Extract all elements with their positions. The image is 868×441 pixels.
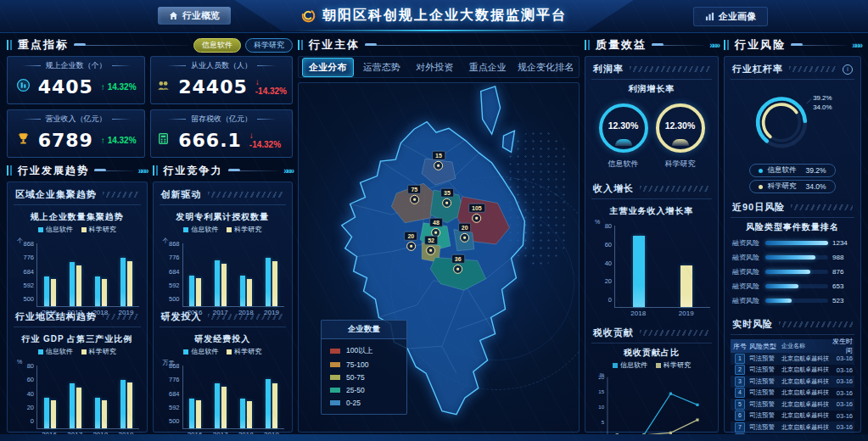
stat-card-main: 4405↑ 14.32%: [13, 71, 139, 102]
tab-2[interactable]: 运营态势: [357, 59, 407, 76]
table-row-7[interactable]: 7司法预警北京启航卓越科技有限公司03-16: [731, 421, 854, 433]
tab-5[interactable]: 规企变化排名: [516, 59, 575, 76]
time-cell: 03-16: [829, 354, 854, 362]
table-row-5[interactable]: 5司法预警北京启航卓越科技有限公司03-16: [731, 399, 854, 410]
stat-card-1: 规上企业数（个）4405↑ 14.32%: [7, 56, 145, 104]
profit-gauge-1: 12.30%信息软件: [599, 103, 648, 170]
map-marker-4[interactable]: 105: [468, 204, 485, 223]
marker-value: 15: [432, 151, 445, 160]
index-badge: 2: [735, 365, 745, 375]
section-title: 行业主体: [309, 37, 360, 53]
map-marker-1[interactable]: 15: [432, 151, 445, 170]
risk-panel: 行业杠杆率 i 39.2%34.0% 信息软件39.2%科学研究34.0% 近9…: [724, 56, 861, 433]
legend-swatch: [330, 349, 340, 354]
y-axis: 868776684592500: [163, 240, 180, 303]
info-icon[interactable]: i: [843, 64, 853, 75]
legend-swatch: [330, 400, 340, 405]
rank-bar-value: 876: [832, 268, 853, 276]
hatch-decoration: [789, 66, 837, 72]
chart-title: 主营业务收入增长率: [593, 205, 710, 217]
nav-industry-overview[interactable]: 行业概览: [158, 7, 231, 25]
time-cell: 03-16: [829, 423, 854, 431]
chart-body: 万元868776684592500: [163, 366, 285, 429]
marker-pin-icon: [427, 245, 436, 254]
bar-group: [260, 366, 283, 428]
bar-group: [210, 243, 232, 306]
quality-column: 质量效益 »»» 利润率 利润增长率 12.30%信息软件12.30%科学研究 …: [585, 37, 719, 433]
subsection-title: 近90日风险: [732, 201, 785, 214]
axis-tick: 592: [169, 282, 180, 289]
map-marker-7[interactable]: 20: [404, 231, 417, 250]
bar: [127, 382, 132, 428]
more-arrow-icon[interactable]: »»»: [138, 166, 148, 176]
bar-group: [115, 243, 137, 306]
axis-tick: 776: [169, 254, 180, 261]
table-row-4[interactable]: 4司法预警北京启航卓越科技有限公司03-16: [731, 388, 854, 399]
tab-1[interactable]: 企业分布: [302, 58, 354, 77]
development-trend-panel: 区域企业集聚趋势规上企业数量集聚趋势信息软件科学研究个8687766845925…: [7, 181, 148, 433]
industry-tag-1[interactable]: 信息软件: [193, 38, 241, 53]
bar: [196, 400, 201, 428]
plot-area: [182, 366, 285, 429]
gauge-mound: [615, 139, 632, 146]
map-marker-3[interactable]: 35: [440, 188, 454, 208]
time-cell: 03-16: [829, 377, 854, 385]
nav-enterprise-portrait[interactable]: 企业画像: [693, 7, 768, 26]
y-axis: 806040200: [595, 222, 612, 304]
stat-card-main: 666.1↓ -14.32%: [156, 125, 287, 155]
rank-bar-track: [765, 284, 828, 288]
legend-item: 信息软件: [613, 360, 647, 370]
tab-4[interactable]: 重点企业: [463, 59, 513, 76]
axis-tick: 776: [23, 254, 34, 261]
chart-legend: 信息软件科学研究: [161, 225, 285, 234]
svg-text:39.2%: 39.2%: [813, 94, 832, 102]
table-row-2[interactable]: 2司法预警北京启航卓越科技有限公司03-16: [731, 365, 854, 377]
subsection-header: 区域企业集聚趋势: [14, 184, 141, 205]
table-row-3[interactable]: 3司法预警北京启航卓越科技有限公司03-16: [731, 376, 854, 388]
section-divider: [365, 45, 580, 46]
bar-group: [184, 366, 206, 428]
rank-bar-track: [765, 299, 828, 303]
legend-item: 信息软件: [38, 347, 73, 356]
enterprise-distribution-map-panel: 1575351054820205236 企业数量 100以上75-10050-7…: [298, 82, 580, 433]
more-arrow-icon[interactable]: »»»: [709, 41, 719, 50]
bar: [102, 279, 107, 306]
index-badge: 7: [735, 422, 745, 433]
legend-swatch: [183, 227, 188, 232]
marker-pin-icon: [472, 214, 481, 223]
tax-icon: [156, 131, 171, 149]
rank-bar-row: 融资风险653: [732, 282, 853, 291]
subsection-title: 实时风险: [732, 318, 773, 331]
stat-card-value: 6789: [38, 130, 93, 151]
industry-tag-2[interactable]: 科学研究: [245, 38, 293, 53]
table-row-1[interactable]: 1司法预警北京启航卓越科技有限公司03-16: [731, 353, 854, 365]
subsection-title: 研发投入: [161, 310, 202, 323]
time-cell: 03-16: [829, 366, 854, 374]
company-cell: 北京启航卓越科技有限公司: [781, 411, 829, 420]
bar: [44, 276, 49, 306]
map-marker-2[interactable]: 75: [407, 185, 421, 204]
marker-value: 36: [451, 254, 465, 264]
map-marker-6[interactable]: 20: [458, 223, 472, 243]
more-arrow-icon[interactable]: »»»: [852, 41, 861, 50]
more-arrow-icon[interactable]: »»»: [283, 166, 293, 176]
revenue-icon: [16, 131, 31, 149]
table-row-6[interactable]: 6司法预警北京启航卓越科技有限公司03-16: [731, 410, 854, 422]
leverage-legend-pill-2: 科学研究34.0%: [749, 180, 835, 193]
legend-label: 科学研究: [767, 181, 796, 192]
legend-item: 科学研究: [227, 225, 261, 234]
tab-3[interactable]: 对外投资: [410, 59, 460, 76]
chart-gdp_share: 行业 GDP 占第三产业比例信息软件科学研究%80604020020162017…: [14, 327, 141, 438]
chart-title: 税收贡献占比: [591, 347, 712, 359]
subsection-header: 行业地区结构趋势: [14, 306, 141, 327]
index-badge: 3: [735, 377, 745, 387]
stat-card-value: 666.1: [178, 130, 242, 151]
map-marker-9[interactable]: 36: [451, 254, 465, 274]
risk-type-cell: 司法预警: [749, 423, 781, 432]
section-divider: [228, 170, 279, 171]
section-marker-icon: [585, 40, 591, 50]
map-marker-8[interactable]: 52: [424, 235, 438, 254]
development-trend-column: 行业发展趋势 »»» 区域企业集聚趋势规上企业数量集聚趋势信息软件科学研究个86…: [7, 163, 148, 433]
rank-bar-row: 融资风险988: [732, 253, 853, 262]
subsection-1: 创新驱动发明专利累计授权数量信息软件科学研究个86877668459250020…: [160, 184, 287, 306]
